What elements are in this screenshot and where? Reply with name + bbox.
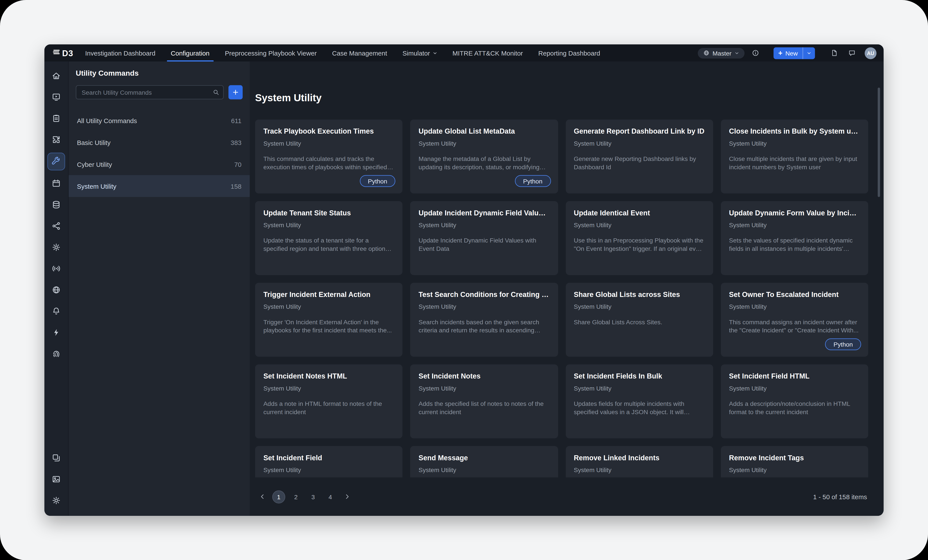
page-button-1[interactable]: 1	[272, 490, 285, 503]
search-input[interactable]	[76, 85, 224, 99]
next-page-button[interactable]	[341, 491, 353, 502]
command-card-track-playbook-execution-times[interactable]: Track Playbook Execution TimesSystem Uti…	[255, 119, 403, 193]
command-card-test-search-conditions-for-creating-inci[interactable]: Test Search Conditions for Creating Inci…	[410, 283, 558, 357]
card-title: Remove Linked Incidents	[574, 454, 705, 462]
card-category: System Utility	[729, 384, 860, 391]
command-card-update-identical-event[interactable]: Update Identical EventSystem UtilityUse …	[566, 201, 713, 275]
nav-item-investigation-dashboard[interactable]: Investigation Dashboard	[85, 44, 155, 61]
card-category: System Utility	[418, 466, 549, 473]
master-label: Master	[713, 49, 731, 56]
chat-button[interactable]	[847, 48, 857, 58]
card-category: System Utility	[574, 140, 705, 146]
card-description: Update the status of a tenant site for a…	[263, 236, 394, 253]
documents-button[interactable]	[829, 48, 839, 58]
nav-item-label: Investigation Dashboard	[85, 49, 155, 56]
add-command-button[interactable]	[228, 85, 243, 99]
rail-alert-button[interactable]	[48, 303, 64, 320]
command-card-remove-linked-incidents[interactable]: Remove Linked IncidentsSystem Utility	[566, 446, 713, 477]
rail-globe-button[interactable]	[48, 282, 64, 298]
card-title: Trigger Incident External Action	[263, 291, 394, 299]
card-description: This command calculates and tracks the e…	[263, 154, 394, 171]
new-button-main[interactable]: + New	[774, 47, 803, 59]
command-card-update-dynamic-form-value-by-inciden[interactable]: Update Dynamic Form Value by Inciden...S…	[720, 201, 868, 275]
command-card-set-incident-field[interactable]: Set Incident FieldSystem Utility	[255, 446, 403, 477]
rail-playbook-button[interactable]	[48, 89, 64, 105]
command-card-close-incidents-in-bulk-by-system-user[interactable]: Close Incidents in Bulk by System userSy…	[720, 119, 868, 193]
new-label: New	[785, 49, 798, 56]
rail-signal-button[interactable]	[48, 260, 64, 277]
chat-icon	[848, 49, 856, 57]
d3-logo[interactable]: D3	[53, 48, 73, 58]
nav-item-case-management[interactable]: Case Management	[332, 44, 387, 61]
card-category: System Utility	[729, 466, 860, 473]
rail-report-button[interactable]	[48, 110, 64, 126]
alert-icon	[52, 306, 61, 316]
info-button[interactable]	[750, 48, 760, 58]
card-category: System Utility	[263, 303, 394, 310]
command-card-update-incident-dynamic-field-values-w[interactable]: Update Incident Dynamic Field Values w..…	[410, 201, 558, 275]
database-icon	[52, 200, 61, 209]
gear-icon	[52, 242, 61, 252]
command-card-share-global-lists-across-sites[interactable]: Share Global Lists across SitesSystem Ut…	[566, 283, 713, 357]
nav-item-simulator[interactable]: Simulator	[403, 44, 437, 61]
chevron-left-icon	[259, 493, 266, 500]
rail-gear-button[interactable]	[48, 492, 64, 509]
nav-item-configuration[interactable]: Configuration	[171, 44, 209, 61]
page-button-2[interactable]: 2	[289, 490, 302, 503]
card-description: Generate new Reporting Dashboard links b…	[574, 154, 705, 171]
nav-item-label: Configuration	[171, 49, 209, 56]
rail-gallery-button[interactable]	[48, 471, 64, 487]
sidebar-item-system-utility[interactable]: System Utility158	[69, 175, 250, 197]
scrollbar-thumb[interactable]	[878, 87, 880, 197]
card-description: Search incidents based on the given sear…	[418, 318, 549, 335]
command-card-send-message[interactable]: Send MessageSystem Utility	[410, 446, 558, 477]
command-card-set-incident-field-html[interactable]: Set Incident Field HTMLSystem UtilityAdd…	[720, 365, 868, 438]
screenshot-canvas: D3 Investigation DashboardConfigurationP…	[0, 0, 928, 560]
avatar[interactable]: AU	[865, 47, 876, 59]
card-category: System Utility	[263, 466, 394, 473]
nav-item-reporting-dashboard[interactable]: Reporting Dashboard	[538, 44, 600, 61]
rail-calendar-button[interactable]	[48, 175, 64, 192]
nav-item-preprocessing-playbook-viewer[interactable]: Preprocessing Playbook Viewer	[225, 44, 317, 61]
page-list: 1234	[272, 490, 337, 503]
page-button-4[interactable]: 4	[324, 490, 337, 503]
new-button[interactable]: + New	[774, 47, 815, 59]
rail-integration-button[interactable]	[48, 131, 64, 148]
command-card-generate-report-dashboard-link-by-id[interactable]: Generate Report Dashboard Link by IDSyst…	[566, 119, 713, 193]
new-button-caret[interactable]	[803, 47, 815, 59]
command-card-update-tenant-site-status[interactable]: Update Tenant Site StatusSystem UtilityU…	[255, 201, 403, 275]
card-description: Adds a description/note/conclusion in HT…	[729, 399, 860, 416]
card-title: Generate Report Dashboard Link by ID	[574, 127, 705, 135]
rail-fingerprint-button[interactable]	[48, 345, 64, 362]
command-card-set-owner-to-escalated-incident[interactable]: Set Owner To Escalated IncidentSystem Ut…	[720, 283, 868, 357]
rail-database-button[interactable]	[48, 196, 64, 213]
prev-page-button[interactable]	[256, 491, 268, 502]
home-icon	[52, 71, 61, 81]
page-button-3[interactable]: 3	[307, 490, 320, 503]
search-box	[76, 85, 224, 99]
sidebar-item-cyber-utility[interactable]: Cyber Utility70	[69, 153, 250, 175]
master-selector[interactable]: Master	[698, 48, 745, 58]
rail-home-button[interactable]	[48, 67, 64, 84]
command-card-update-global-list-metadata[interactable]: Update Global List MetaDataSystem Utilit…	[410, 119, 558, 193]
card-title: Set Incident Field	[263, 454, 394, 462]
caret-down-icon	[734, 50, 739, 55]
rail-automation-button[interactable]	[48, 324, 64, 341]
rail-utility-button[interactable]	[47, 153, 65, 170]
command-card-set-incident-notes[interactable]: Set Incident NotesSystem UtilityAdds the…	[410, 365, 558, 438]
rail-workflow-button[interactable]	[48, 218, 64, 234]
card-title: Update Identical Event	[574, 209, 705, 217]
logo-bars-icon	[53, 49, 60, 57]
nav-item-mitre-att-ck-monitor[interactable]: MITRE ATT&CK Monitor	[452, 44, 523, 61]
command-card-set-incident-notes-html[interactable]: Set Incident Notes HTMLSystem UtilityAdd…	[255, 365, 403, 438]
chevron-right-icon	[343, 493, 350, 500]
sidebar-item-all-utility-commands[interactable]: All Utility Commands611	[69, 110, 250, 131]
command-card-trigger-incident-external-action[interactable]: Trigger Incident External ActionSystem U…	[255, 283, 403, 357]
command-card-set-incident-fields-in-bulk[interactable]: Set Incident Fields In BulkSystem Utilit…	[566, 365, 713, 438]
sidebar-item-basic-utility[interactable]: Basic Utility383	[69, 131, 250, 153]
sidebar-header: Utility Commands	[69, 61, 250, 82]
rail-gear-button[interactable]	[48, 239, 64, 256]
rail-copy-button[interactable]	[48, 450, 64, 466]
command-card-remove-incident-tags[interactable]: Remove Incident TagsSystem Utility	[720, 446, 868, 477]
card-category: System Utility	[418, 384, 549, 391]
